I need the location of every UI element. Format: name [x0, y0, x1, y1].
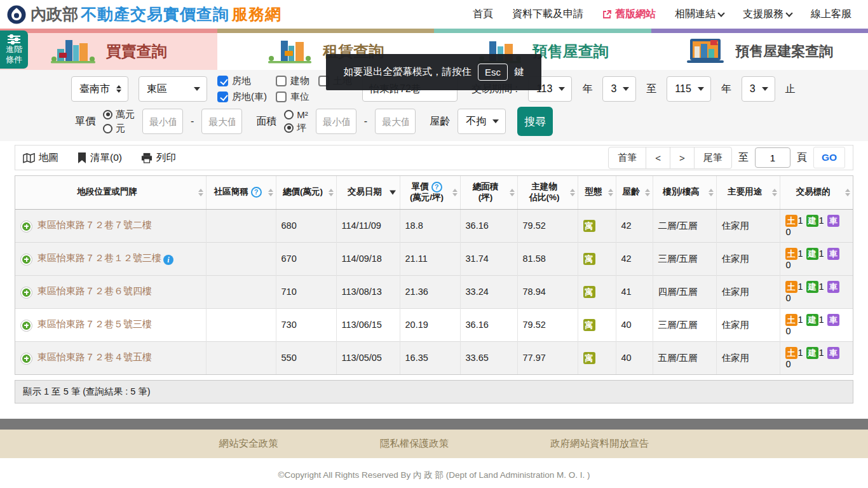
tab-sale-search[interactable]: 買賣查詢: [0, 29, 217, 70]
col-header-address[interactable]: 地段位置或門牌: [15, 176, 206, 209]
page-number-input[interactable]: [755, 147, 790, 168]
footer-link-privacy-policy[interactable]: 隱私權保護政策: [380, 437, 449, 451]
map-icon: [23, 152, 35, 163]
parking-badge: 車: [827, 215, 839, 227]
sort-icon: [198, 189, 203, 196]
brand-title: 不動產交易實價查詢: [81, 4, 229, 25]
sort-icon: [845, 189, 850, 196]
go-page-button[interactable]: GO: [813, 147, 845, 168]
radio-wan-yuan[interactable]: 萬元: [103, 109, 135, 121]
end-year-select[interactable]: 115: [667, 76, 711, 102]
radio-ping[interactable]: 坪: [284, 122, 308, 134]
col-header-main-ratio[interactable]: 主建物佔比(%): [517, 176, 578, 209]
radio-square-meter[interactable]: M²: [284, 109, 308, 120]
area-max-input[interactable]: [375, 109, 416, 134]
results-toolbar: 地圖 清單(0) 列印 首筆: [15, 145, 853, 170]
chevron-down-icon: [698, 87, 704, 91]
chevron-down-icon: [762, 87, 768, 91]
table-row[interactable]: 東區怡東路７２巷１２號三樓 670 114/09/18 21.11 31.74 …: [15, 242, 853, 275]
col-header-age[interactable]: 屋齡: [616, 176, 653, 209]
next-page-button[interactable]: >: [670, 147, 695, 169]
col-header-date[interactable]: 交易日期: [336, 176, 400, 209]
map-view-button[interactable]: 地圖: [23, 151, 58, 165]
nav-home[interactable]: 首頁: [473, 8, 493, 21]
checkbox-house-land[interactable]: 房地: [217, 75, 267, 87]
sort-icon: [329, 189, 334, 196]
col-header-usage[interactable]: 主要用途: [716, 176, 780, 209]
district-select[interactable]: 東區: [139, 76, 207, 102]
table-row[interactable]: 東區怡東路７２巷７號二樓 680 114/11/09 18.8 36.16 79…: [15, 209, 853, 242]
expand-row-icon[interactable]: [20, 287, 32, 299]
col-header-total-price[interactable]: 總價(萬元): [276, 176, 336, 209]
last-page-button[interactable]: 尾筆: [694, 147, 732, 169]
nav-related-links[interactable]: 相關連結: [675, 8, 724, 21]
site-logo[interactable]: 內政部 不動產交易實價查詢 服務網: [6, 4, 281, 25]
search-button[interactable]: 搜尋: [517, 107, 553, 136]
info-icon[interactable]: [163, 255, 173, 265]
expand-row-icon[interactable]: [20, 220, 32, 233]
sliders-icon: [7, 34, 21, 44]
footer-link-security-policy[interactable]: 網站安全政策: [219, 437, 278, 451]
moi-logo-icon: [6, 4, 27, 25]
end-month-select[interactable]: 3: [742, 76, 775, 102]
start-month-select[interactable]: 3: [602, 76, 636, 102]
checkbox-building[interactable]: 建物: [276, 75, 309, 87]
type-badge: 寓: [583, 220, 595, 232]
checkbox-parking[interactable]: 車位: [276, 91, 309, 103]
land-badge: 土: [785, 215, 797, 227]
col-header-unit-price[interactable]: 單價(萬元/坪): [400, 176, 460, 209]
first-page-button[interactable]: 首筆: [608, 147, 646, 169]
building-badge: 建: [806, 215, 818, 227]
checkbox-icon: [276, 92, 287, 102]
checkbox-icon: [217, 76, 228, 86]
sort-desc-icon: [390, 190, 396, 194]
building-badge: 建: [806, 281, 818, 293]
footer-link-open-data[interactable]: 政府網站資料開放宣告: [550, 437, 649, 451]
printer-icon: [141, 152, 153, 163]
table-row[interactable]: 東區怡東路７２巷５號三樓 730 113/06/15 20.19 36.16 7…: [15, 308, 853, 341]
parking-badge: 車: [827, 248, 839, 260]
nav-online-service[interactable]: 線上客服: [811, 8, 851, 21]
radio-icon: [103, 124, 112, 133]
advanced-filter-button[interactable]: 進階 條件: [0, 30, 28, 69]
col-header-type[interactable]: 型態: [578, 176, 616, 209]
footer-links-bar: 網站安全政策 隱私權保護政策 政府網站資料開放宣告: [0, 430, 868, 458]
area-min-input[interactable]: [316, 109, 356, 134]
top-header: 內政部 不動產交易實價查詢 服務網 首頁 資料下載及申請 舊版網站 相關連結 支…: [0, 0, 868, 29]
nav-old-site[interactable]: 舊版網站: [602, 8, 656, 21]
col-header-floor[interactable]: 樓別/樓高: [653, 176, 716, 209]
type-badge: 寓: [583, 253, 595, 265]
prev-page-button[interactable]: <: [646, 147, 670, 169]
area-label: 面積: [256, 115, 276, 128]
nav-support[interactable]: 支援服務: [743, 8, 792, 21]
print-button[interactable]: 列印: [141, 151, 176, 165]
radio-yuan[interactable]: 元: [103, 123, 135, 135]
tab-strip: 進階 條件 買賣查詢: [0, 29, 868, 70]
sort-icon: [772, 189, 777, 196]
table-row[interactable]: 東區怡東路７２巷４號五樓 550 113/05/05 16.35 33.65 7…: [15, 341, 853, 374]
radio-icon: [284, 110, 294, 119]
unit-price-max-input[interactable]: [201, 109, 242, 134]
checkbox-house-land-car[interactable]: 房地(車): [217, 91, 267, 103]
expand-row-icon[interactable]: [20, 254, 32, 266]
land-badge: 土: [785, 347, 797, 359]
age-select[interactable]: 不拘: [458, 109, 506, 134]
col-header-target[interactable]: 交易標的: [780, 176, 853, 209]
col-header-total-area[interactable]: 總面積(坪): [460, 176, 517, 209]
select-arrows-icon: [116, 85, 121, 93]
tab-presale-project-search[interactable]: 預售屋建案查詢: [651, 29, 868, 70]
help-icon[interactable]: [251, 187, 262, 198]
page: 內政部 不動產交易實價查詢 服務網 首頁 資料下載及申請 舊版網站 相關連結 支…: [0, 0, 868, 488]
expand-row-icon[interactable]: [20, 320, 32, 332]
land-badge: 土: [785, 281, 797, 293]
results-table: 地段位置或門牌 社區簡稱 總價(萬元) 交易日期 單價(萬元/坪) 總面積(坪)…: [15, 175, 853, 375]
land-badge: 土: [785, 314, 797, 326]
list-button[interactable]: 清單(0): [78, 151, 122, 165]
table-row[interactable]: 東區怡東路７２巷６號四樓 710 113/08/13 21.36 33.24 7…: [15, 275, 853, 308]
unit-price-min-input[interactable]: [142, 109, 183, 134]
help-icon[interactable]: [431, 182, 442, 193]
expand-row-icon[interactable]: [20, 353, 32, 365]
col-header-community[interactable]: 社區簡稱: [206, 176, 276, 209]
city-select[interactable]: 臺南市: [71, 76, 128, 102]
nav-download[interactable]: 資料下載及申請: [512, 8, 583, 21]
